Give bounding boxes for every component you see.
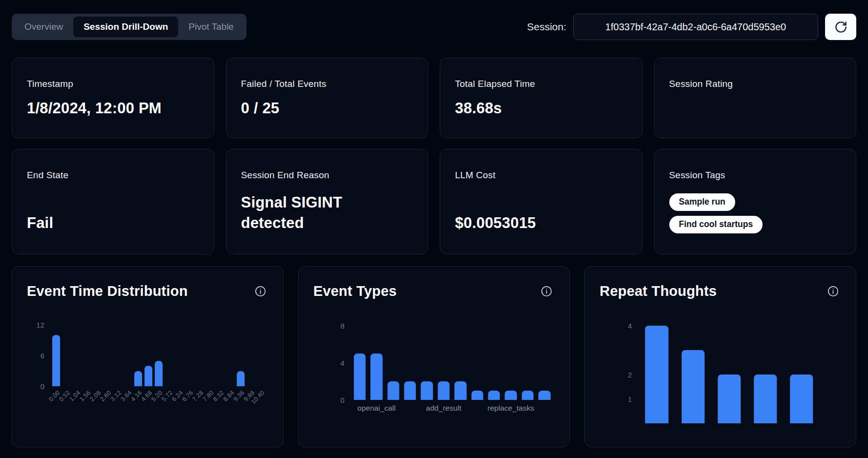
x-axis-tick-label: add_result — [426, 404, 461, 413]
bar — [790, 375, 813, 423]
y-axis-tick-label: 0 — [41, 383, 44, 390]
stat-label: Session Rating — [669, 79, 842, 89]
stat-value: 38.68s — [455, 98, 627, 119]
bar — [237, 371, 245, 387]
chart-title: Event Types — [313, 283, 397, 299]
y-axis-tick-label: 4 — [340, 359, 344, 367]
chart-header: Event Time Distribution — [27, 283, 267, 299]
chart-body: 124 — [599, 321, 839, 423]
y-axis-tick-label: 8 — [340, 322, 344, 330]
x-axis-tick-label: openai_call — [357, 404, 395, 413]
stat-value: 0 / 25 — [241, 98, 413, 119]
bar — [754, 375, 777, 423]
stat-card-session-tags: Session Tags Sample run Find cool startu… — [654, 149, 857, 254]
tag-pill: Sample run — [669, 193, 735, 211]
tab-overview[interactable]: Overview — [14, 17, 73, 38]
x-axis: 0.000.521.041.562.082.603.123.644.164.68… — [27, 386, 267, 427]
bar — [387, 381, 399, 400]
chart-header: Event Types — [313, 283, 553, 299]
tab-pivot-table[interactable]: Pivot Table — [178, 17, 244, 38]
bar — [682, 350, 704, 423]
y-axis-tick-label: 4 — [628, 322, 632, 330]
y-axis: 124 — [599, 321, 639, 423]
session-tag-list: Sample run Find cool startups — [669, 193, 842, 233]
bar — [145, 366, 152, 386]
bar — [53, 335, 61, 386]
bar — [371, 354, 382, 400]
refresh-button[interactable] — [825, 14, 856, 40]
stat-card-session-rating: Session Rating — [654, 58, 857, 138]
stat-card-llm-cost: LLM Cost $0.0053015 — [440, 149, 642, 254]
stat-value: 1/8/2024, 12:00 PM — [27, 98, 199, 119]
header: Overview Session Drill-Down Pivot Table … — [12, 14, 856, 40]
session-label: Session: — [527, 21, 566, 33]
stat-value: Signal SIGINT detected — [241, 192, 373, 233]
x-labels: openai_calladd_resultreplace_tasks — [351, 400, 553, 416]
stat-value: $0.0053015 — [455, 213, 627, 233]
bar — [522, 391, 534, 400]
stat-label: Failed / Total Events — [241, 79, 413, 89]
chart-title: Repeat Thoughts — [599, 283, 717, 299]
x-axis-tick-label: replace_tasks — [488, 404, 535, 413]
bar — [471, 391, 483, 400]
bar — [421, 381, 433, 400]
plot-area — [639, 321, 820, 423]
y-axis: 048 — [313, 326, 351, 400]
chart-card-repeat-thoughts: Repeat Thoughts 124 — [584, 266, 856, 447]
bar — [718, 375, 741, 423]
chart-body: 0612 — [27, 325, 267, 386]
stat-label: Timestamp — [27, 79, 199, 89]
stat-label: Session End Reason — [241, 170, 413, 181]
stat-value: Fail — [27, 213, 199, 233]
chart-card-event-types: Event Types 048 openai_calladd_resultrep… — [298, 266, 570, 447]
y-axis: 0612 — [27, 325, 51, 386]
bar — [538, 391, 550, 400]
stat-card-failed-total-events: Failed / Total Events 0 / 25 — [226, 58, 429, 138]
info-icon[interactable] — [827, 285, 839, 297]
x-labels: 0.000.521.041.562.082.603.123.644.164.68… — [51, 386, 267, 427]
info-icon[interactable] — [540, 285, 553, 297]
info-icon[interactable] — [254, 285, 267, 297]
stat-label: LLM Cost — [455, 170, 627, 181]
bar — [155, 361, 163, 387]
stat-card-end-state: End State Fail — [12, 149, 214, 254]
y-axis-tick-label: 6 — [41, 352, 44, 359]
chart-row: Event Time Distribution 0612 0.000.521.0… — [12, 266, 856, 447]
bar — [505, 391, 517, 400]
stat-row-top: Timestamp 1/8/2024, 12:00 PM Failed / To… — [12, 58, 856, 138]
bar — [645, 326, 668, 423]
tab-session-drill-down[interactable]: Session Drill-Down — [73, 17, 178, 38]
chart-card-event-time-distribution: Event Time Distribution 0612 0.000.521.0… — [12, 266, 284, 447]
y-axis-tick-label: 1 — [628, 396, 632, 403]
tab-bar: Overview Session Drill-Down Pivot Table — [12, 14, 247, 40]
bar — [404, 381, 416, 400]
chart-header: Repeat Thoughts — [599, 283, 839, 299]
session-selector: Session: — [527, 14, 856, 40]
stat-card-total-elapsed-time: Total Elapsed Time 38.68s — [440, 58, 642, 138]
bar — [455, 381, 466, 400]
y-axis-tick-label: 2 — [628, 371, 632, 378]
tag-pill: Find cool startups — [669, 216, 763, 233]
x-axis: openai_calladd_resultreplace_tasks — [313, 400, 553, 416]
bar — [134, 371, 142, 387]
refresh-icon — [834, 21, 847, 34]
stat-card-session-end-reason: Session End Reason Signal SIGINT detecte… — [226, 149, 429, 254]
y-axis-tick-label: 12 — [36, 321, 44, 329]
plot-area — [351, 326, 553, 400]
plot-area — [51, 325, 267, 386]
stat-card-timestamp: Timestamp 1/8/2024, 12:00 PM — [12, 58, 214, 138]
y-axis-tick-label: 0 — [340, 396, 344, 404]
stat-label: Session Tags — [669, 170, 842, 181]
chart-body: 048 — [313, 326, 553, 400]
stat-row-bottom: End State Fail Session End Reason Signal… — [12, 149, 856, 254]
stat-label: End State — [27, 170, 199, 181]
session-input[interactable] — [573, 14, 818, 40]
dashboard-page: Overview Session Drill-Down Pivot Table … — [0, 0, 868, 458]
bar — [438, 381, 450, 400]
chart-title: Event Time Distribution — [27, 283, 188, 299]
bar — [354, 354, 366, 400]
bar — [488, 391, 500, 400]
stat-label: Total Elapsed Time — [455, 79, 627, 89]
